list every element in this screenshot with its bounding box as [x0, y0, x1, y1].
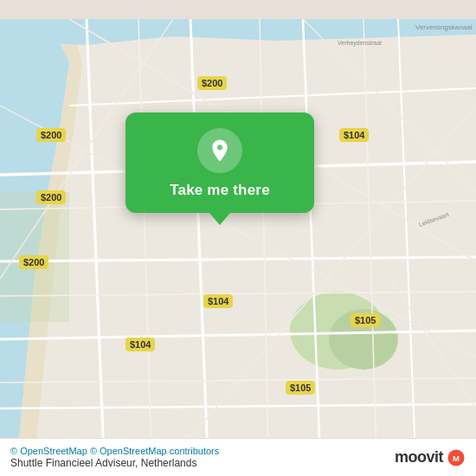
price-badge[interactable]: $105 — [286, 381, 315, 395]
svg-text:M: M — [453, 453, 460, 462]
price-badge[interactable]: $200 — [36, 190, 66, 204]
price-badge[interactable]: $105 — [351, 313, 380, 327]
take-me-there-popup[interactable]: Take me there — [125, 113, 314, 213]
map-container: Verversingskanaal Leidsevaart Verheydens… — [0, 0, 476, 476]
location-pin-icon — [207, 138, 233, 164]
price-badge[interactable]: $200 — [36, 128, 66, 142]
moovit-logo: moovit M — [395, 448, 466, 467]
location-icon-circle — [197, 128, 242, 173]
copyright-text: © OpenStreetMap © OpenStreetMap contribu… — [10, 446, 219, 456]
bottom-bar: © OpenStreetMap © OpenStreetMap contribu… — [0, 438, 476, 476]
moovit-text: moovit — [395, 448, 443, 466]
price-badge[interactable]: $104 — [339, 128, 369, 142]
copyright-contributors: © OpenStreetMap contributors — [90, 446, 219, 456]
price-badges-layer: $200 $200 $200 $200 $104 $104 $104 $105 … — [0, 0, 476, 476]
moovit-icon: M — [447, 448, 466, 467]
price-badge[interactable]: $200 — [19, 255, 48, 269]
location-name: Shuttle Financieel Adviseur, Netherlands — [10, 457, 219, 469]
price-badge[interactable]: $104 — [125, 338, 155, 351]
copyright-symbol: © — [10, 446, 17, 456]
take-me-there-button[interactable]: Take me there — [170, 182, 270, 199]
price-badge[interactable]: $104 — [203, 294, 233, 308]
price-badge[interactable]: $200 — [197, 76, 227, 90]
osm-link[interactable]: OpenStreetMap — [20, 446, 87, 456]
